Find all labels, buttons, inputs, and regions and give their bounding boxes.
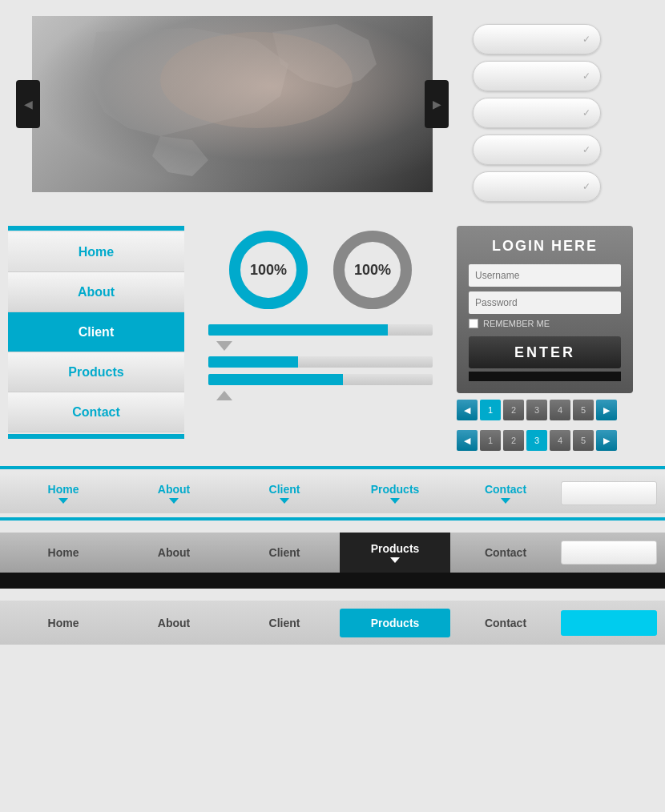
navbar3-home[interactable]: Home bbox=[8, 609, 119, 637]
panel-button-3[interactable]: ✓ bbox=[473, 98, 601, 128]
page-3-btn[interactable]: 3 bbox=[526, 400, 547, 420]
progress-section bbox=[192, 324, 449, 402]
navbar3-client[interactable]: Client bbox=[229, 609, 340, 637]
progress-bar-2 bbox=[208, 356, 433, 368]
page-1-btn-2[interactable]: 1 bbox=[480, 430, 501, 451]
nav-item-products[interactable]: Products bbox=[8, 352, 184, 392]
check-icon-1: ✓ bbox=[582, 34, 590, 45]
navbar2-products-label: Products bbox=[371, 542, 420, 555]
navbar3-contact-label: Contact bbox=[485, 617, 526, 629]
triangle-down-1 bbox=[216, 341, 232, 351]
slider-image bbox=[32, 16, 433, 192]
page-1-btn[interactable]: 1 bbox=[480, 400, 501, 420]
navbar1-home[interactable]: Home bbox=[8, 473, 119, 513]
page-4-btn[interactable]: 4 bbox=[550, 400, 570, 420]
nav-item-products-label: Products bbox=[68, 365, 123, 380]
panel-button-1[interactable]: ✓ bbox=[473, 24, 601, 54]
progress-fill-2 bbox=[208, 356, 298, 368]
triangle-up-1 bbox=[216, 391, 232, 400]
page-3-btn-2[interactable]: 3 bbox=[526, 430, 547, 451]
nav-item-client-label: Client bbox=[79, 325, 114, 340]
dropdown-arrow-client bbox=[280, 498, 289, 504]
login-panel: LOGIN HERE REMEMBER ME ENTER bbox=[457, 226, 633, 393]
navbar3-client-label: Client bbox=[269, 617, 300, 629]
progress-fill-3 bbox=[208, 374, 343, 385]
page-5-btn-2[interactable]: 5 bbox=[573, 430, 594, 451]
nav-item-contact[interactable]: Contact bbox=[8, 392, 184, 432]
remember-label: REMEMBER ME bbox=[483, 319, 550, 328]
navbar2-client[interactable]: Client bbox=[229, 533, 340, 573]
pagination-row-1: ◀ 1 2 3 4 5 ▶ bbox=[457, 400, 633, 420]
next-page-btn-2[interactable]: ▶ bbox=[596, 430, 617, 451]
panel-button-5[interactable]: ✓ bbox=[473, 171, 601, 202]
navbar2-about[interactable]: About bbox=[119, 533, 229, 573]
progress-bar-3 bbox=[208, 374, 433, 385]
blue-donut-chart: 100% bbox=[224, 226, 312, 314]
slider-next-button[interactable]: ▶ bbox=[425, 80, 449, 128]
nav-top-accent bbox=[8, 226, 184, 231]
navbar2-active-arrow bbox=[390, 557, 400, 563]
blue-separator-1 bbox=[0, 466, 665, 469]
navbar2-home-label: Home bbox=[48, 546, 79, 559]
dropdown-arrow-products bbox=[390, 498, 400, 504]
progress-fill-1 bbox=[208, 324, 388, 336]
navbar-2: Home About Client Products Contact bbox=[0, 533, 665, 573]
nav-item-home-label: Home bbox=[79, 245, 114, 259]
panel-button-2[interactable]: ✓ bbox=[473, 61, 601, 91]
next-page-btn-1[interactable]: ▶ bbox=[596, 400, 617, 420]
page-4-btn-2[interactable]: 4 bbox=[550, 430, 570, 451]
nav-item-about-label: About bbox=[78, 285, 115, 299]
navbar1-client[interactable]: Client bbox=[229, 473, 340, 513]
nav-bottom-accent bbox=[8, 434, 184, 439]
panel-button-4[interactable]: ✓ bbox=[473, 135, 601, 165]
navbar1-contact[interactable]: Contact bbox=[450, 473, 561, 513]
nav-menu: Home About Client Products Contact bbox=[8, 226, 184, 454]
navbar3-products[interactable]: Products bbox=[340, 609, 450, 637]
dropdown-arrow-about bbox=[169, 498, 179, 504]
navbar2-home[interactable]: Home bbox=[8, 533, 119, 573]
right-panel: LOGIN HERE REMEMBER ME ENTER ◀ 1 bbox=[457, 226, 633, 454]
nav-item-about[interactable]: About bbox=[8, 272, 184, 312]
navbar3-contact[interactable]: Contact bbox=[450, 609, 561, 637]
remember-checkbox[interactable] bbox=[469, 319, 478, 328]
check-icon-3: ✓ bbox=[582, 107, 590, 119]
gray-donut-chart: 100% bbox=[328, 226, 417, 314]
password-input[interactable] bbox=[469, 291, 621, 314]
navbar2-contact-label: Contact bbox=[485, 546, 526, 559]
navbar1-client-label: Client bbox=[269, 483, 300, 496]
navbar-3-items: Home About Client Products Contact bbox=[8, 609, 561, 637]
page-2-btn-2[interactable]: 2 bbox=[503, 430, 524, 451]
page-2-btn[interactable]: 2 bbox=[503, 400, 524, 420]
nav-item-client[interactable]: Client bbox=[8, 312, 184, 352]
username-input[interactable] bbox=[469, 264, 621, 287]
navbar1-search-input[interactable] bbox=[561, 481, 657, 505]
check-icon-2: ✓ bbox=[582, 70, 590, 82]
blue-chart-label: 100% bbox=[250, 262, 287, 279]
prev-page-btn-2[interactable]: ◀ bbox=[457, 430, 478, 451]
prev-page-btn-1[interactable]: ◀ bbox=[457, 400, 478, 420]
navbar-1: Home About Client Products Contact bbox=[0, 473, 665, 513]
navbar1-products[interactable]: Products bbox=[340, 473, 450, 513]
nav-item-home[interactable]: Home bbox=[8, 232, 184, 272]
spacer-1 bbox=[0, 525, 665, 533]
navbar2-search-input[interactable] bbox=[561, 541, 657, 565]
enter-button[interactable]: ENTER bbox=[469, 336, 621, 368]
spacer-2 bbox=[0, 589, 665, 601]
slider-prev-button[interactable]: ◀ bbox=[16, 80, 40, 128]
navbar3-about[interactable]: About bbox=[119, 609, 229, 637]
charts-row: 100% 100% bbox=[224, 226, 417, 314]
check-icon-4: ✓ bbox=[582, 144, 590, 155]
login-title: LOGIN HERE bbox=[469, 238, 621, 255]
progress-bar-1 bbox=[208, 324, 433, 336]
navbar2-products[interactable]: Products bbox=[340, 533, 450, 573]
navbar3-search-box[interactable] bbox=[561, 610, 657, 636]
navbar3-products-label: Products bbox=[371, 617, 420, 629]
navbar1-about[interactable]: About bbox=[119, 473, 229, 513]
navbar2-contact[interactable]: Contact bbox=[450, 533, 561, 573]
navbar1-contact-label: Contact bbox=[485, 483, 526, 496]
navbar2-client-label: Client bbox=[269, 546, 300, 559]
blue-separator-2 bbox=[0, 517, 665, 521]
navbar3-home-label: Home bbox=[48, 617, 79, 629]
page-5-btn[interactable]: 5 bbox=[573, 400, 594, 420]
enter-btn-bar bbox=[469, 372, 621, 381]
